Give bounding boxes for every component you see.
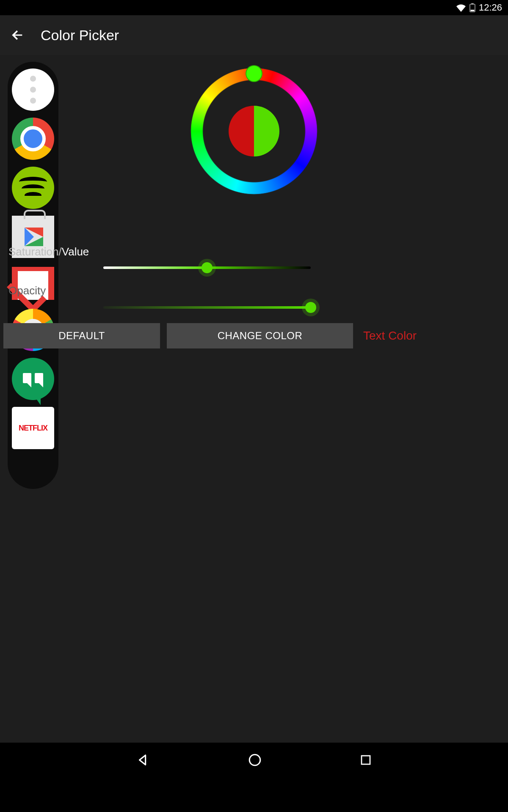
hue-wheel[interactable] [190, 68, 318, 195]
netflix-icon: NETFLIX [12, 407, 54, 449]
sv-thumb[interactable] [202, 262, 213, 273]
sidebar-item-menu[interactable] [12, 69, 54, 111]
button-row: DEFAULT CHANGE COLOR Text Color [3, 323, 417, 348]
sidebar-item-chrome[interactable] [12, 118, 54, 160]
navigation-bar [0, 743, 508, 777]
back-icon[interactable] [10, 28, 25, 42]
opacity-label: Opacity [8, 284, 46, 297]
sidebar[interactable]: NETFLIX [8, 62, 58, 489]
nav-recent-icon[interactable] [359, 754, 372, 766]
nav-back-icon[interactable] [136, 753, 150, 767]
spotify-icon [12, 167, 54, 209]
default-button[interactable]: DEFAULT [3, 323, 160, 348]
text-color-label: Text Color [363, 329, 417, 343]
sidebar-item-netflix[interactable]: NETFLIX [12, 407, 54, 449]
svg-point-3 [249, 754, 260, 765]
hangouts-icon [12, 358, 54, 400]
nav-home-icon[interactable] [248, 753, 262, 767]
svg-rect-4 [362, 756, 370, 764]
status-time: 12:26 [479, 2, 502, 13]
saturation-value-slider[interactable] [103, 266, 311, 269]
saturation-value-label: Saturation/Value [8, 245, 89, 258]
hue-handle[interactable] [246, 65, 262, 82]
sidebar-item-hangouts[interactable] [12, 358, 54, 400]
sidebar-item-spotify[interactable] [12, 167, 54, 209]
status-bar: 12:26 [0, 0, 508, 15]
battery-icon [469, 3, 475, 12]
svg-rect-2 [470, 10, 474, 11]
chrome-icon [12, 118, 54, 160]
app-bar: Color Picker [0, 15, 508, 55]
menu-dots-icon [12, 69, 54, 111]
svg-rect-1 [471, 3, 474, 5]
wifi-icon [456, 3, 466, 12]
opacity-thumb[interactable] [305, 302, 316, 313]
main-area: NETFLIX Saturation/Value Opacity DEFAULT… [0, 55, 508, 777]
opacity-slider[interactable] [103, 306, 311, 309]
color-preview [229, 106, 279, 156]
change-color-button[interactable]: CHANGE COLOR [167, 323, 353, 348]
page-title: Color Picker [41, 27, 119, 44]
